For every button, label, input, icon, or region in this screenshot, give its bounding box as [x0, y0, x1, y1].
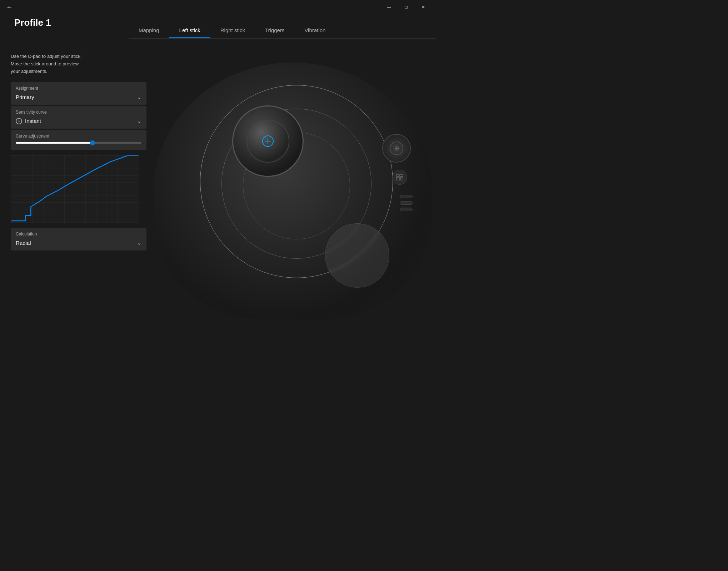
tab-triggers[interactable]: Triggers [255, 24, 294, 38]
maximize-button[interactable]: □ [398, 1, 414, 13]
titlebar-controls: — □ ✕ [381, 1, 431, 13]
right-btn-3 [400, 208, 413, 211]
chart-svg [11, 155, 139, 223]
controller-area: ⊕ [175, 63, 418, 320]
xbox-button: ⊕ [382, 134, 411, 163]
instructions-text: Use the D-pad to adjust your stick.Move … [11, 53, 146, 75]
tab-vibration[interactable]: Vibration [294, 24, 335, 38]
curve-slider-fill [16, 142, 91, 144]
dpad-area [325, 223, 389, 288]
titlebar-left: ← [4, 2, 14, 12]
assignment-card: Assignment Primary ⌄ [11, 82, 146, 105]
curve-slider-thumb[interactable] [90, 140, 95, 145]
xbox-logo-icon: ⊕ [389, 141, 404, 155]
main-area: ⊕ [157, 43, 435, 339]
svg-rect-22 [397, 174, 399, 177]
curve-slider-track[interactable] [16, 142, 141, 144]
profile-title: Profile 1 [14, 17, 51, 28]
back-button[interactable]: ← [4, 2, 14, 12]
right-btn-1 [400, 195, 413, 198]
assignment-chevron-icon: ⌄ [137, 94, 141, 100]
sensitivity-label: Sensitivity curve [11, 106, 146, 116]
sensitivity-value: ○ Instant [16, 118, 41, 124]
tab-right-stick[interactable]: Right stick [210, 24, 255, 38]
assignment-label: Assignment [11, 82, 146, 92]
svg-rect-23 [400, 174, 403, 177]
assignment-value: Primary [16, 94, 34, 100]
svg-text:⊕: ⊕ [394, 145, 399, 152]
view-button [392, 170, 407, 185]
titlebar: ← — □ ✕ [0, 0, 435, 14]
curve-adjustment-card: Curve adjustment [11, 130, 146, 150]
minimize-button[interactable]: — [381, 1, 397, 13]
sensitivity-chart [11, 155, 139, 223]
svg-rect-25 [400, 177, 403, 180]
sensitivity-dropdown[interactable]: ○ Instant ⌄ [11, 116, 146, 129]
nav-tabs: Mapping Left stick Right stick Triggers … [129, 17, 435, 39]
left-stick-visual [232, 105, 304, 177]
tab-left-stick[interactable]: Left stick [169, 24, 210, 38]
svg-rect-24 [397, 177, 400, 180]
calculation-value: Radial [16, 240, 31, 246]
stick-crosshair-icon [262, 135, 274, 147]
calculation-chevron-icon: ⌄ [137, 239, 141, 246]
view-button-icon [396, 173, 404, 181]
calculation-label: Calculation [11, 228, 146, 238]
instant-icon: ○ [16, 118, 22, 124]
calculation-dropdown[interactable]: Radial ⌄ [11, 238, 146, 250]
sensitivity-chevron-icon: ⌄ [137, 118, 141, 124]
curve-adjustment-label: Curve adjustment [16, 134, 141, 139]
right-btn-2 [400, 201, 413, 205]
sensitivity-card: Sensitivity curve ○ Instant ⌄ [11, 106, 146, 129]
right-side-buttons [400, 195, 413, 211]
calculation-card: Calculation Radial ⌄ [11, 228, 146, 250]
stick-inner [246, 120, 289, 163]
tab-mapping[interactable]: Mapping [129, 24, 169, 38]
left-panel: Use the D-pad to adjust your stick.Move … [11, 53, 146, 252]
assignment-dropdown[interactable]: Primary ⌄ [11, 92, 146, 105]
close-button[interactable]: ✕ [415, 1, 431, 13]
